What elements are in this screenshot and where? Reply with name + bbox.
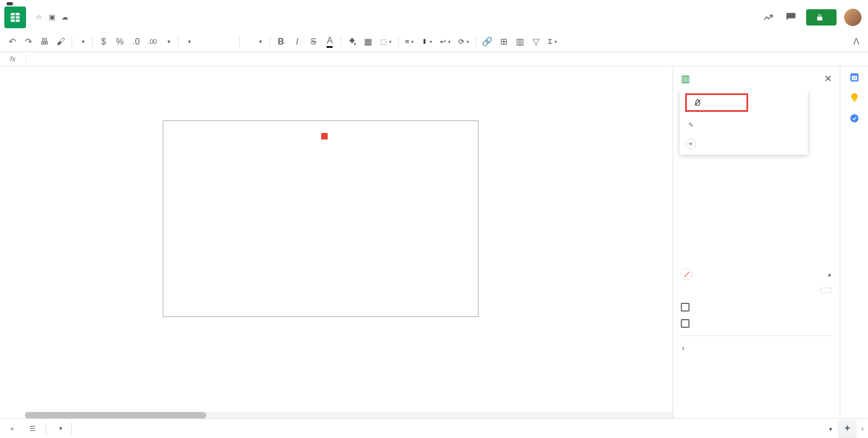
add-data-point-button[interactable]: [820, 288, 832, 293]
close-icon[interactable]: ✕: [824, 73, 832, 85]
formula-bar: fx: [0, 52, 868, 66]
tooltip-color-name: [7, 2, 13, 5]
chevron-left-icon[interactable]: ‹: [861, 424, 864, 433]
caret-down-icon[interactable]: ▼: [58, 426, 63, 431]
italic-button[interactable]: I: [290, 34, 305, 49]
move-icon[interactable]: ▣: [49, 13, 55, 21]
app-header: ☆ ▣ ☁: [0, 0, 868, 31]
fx-input[interactable]: [26, 52, 868, 66]
chevron-right-icon: ›: [682, 344, 685, 352]
embedded-chart[interactable]: [163, 120, 478, 317]
collapse-toolbar-button[interactable]: ᐱ: [848, 34, 864, 49]
comment-button[interactable]: ⊞: [496, 34, 511, 49]
fill-color-select[interactable]: ▲: [681, 268, 832, 280]
checkbox-icon[interactable]: [681, 303, 690, 312]
chart-plot-area: [172, 143, 469, 295]
legend-swatch-duration: [321, 133, 328, 139]
font-combo[interactable]: ▼: [182, 39, 236, 45]
filter-button[interactable]: ▽: [528, 34, 544, 49]
wrap-button[interactable]: ↩▾: [437, 37, 454, 46]
percent-button[interactable]: %: [112, 34, 127, 49]
caret-up-icon: ▲: [827, 271, 832, 277]
theme-label: ✎: [685, 122, 802, 129]
fx-label: fx: [0, 55, 26, 63]
chart-editor-panel: ▥ ✕ ✎ ＋ ▲: [673, 66, 840, 418]
merge-button[interactable]: ⬚▾: [377, 37, 395, 46]
color-picker-popover: ✎ ＋: [680, 91, 808, 155]
link-button[interactable]: 🔗: [480, 34, 495, 49]
no-fill-swatch: [681, 268, 693, 280]
sum-status[interactable]: ▼: [828, 424, 833, 433]
tasks-icon[interactable]: [849, 113, 860, 124]
svg-rect-8: [853, 100, 855, 102]
keep-icon[interactable]: [849, 92, 860, 103]
sheets-logo[interactable]: [4, 7, 26, 28]
chart-legend: [172, 132, 469, 139]
bold-button[interactable]: B: [273, 34, 289, 49]
color-none-button[interactable]: [685, 93, 748, 112]
font-size-combo[interactable]: ▼: [243, 39, 266, 45]
chart-icon: ▥: [681, 73, 690, 85]
print-button[interactable]: 🖶: [37, 34, 52, 49]
valign-button[interactable]: ⬍▾: [418, 37, 436, 46]
borders-button[interactable]: ▦: [361, 34, 376, 49]
add-sheet-button[interactable]: ＋: [4, 421, 20, 436]
all-sheets-button[interactable]: ☰: [25, 421, 40, 436]
calendar-icon[interactable]: 31: [849, 72, 860, 82]
chart-button[interactable]: ▥: [512, 34, 527, 49]
avatar[interactable]: [844, 9, 861, 26]
spreadsheet-grid[interactable]: [0, 66, 673, 418]
footer: ＋ ☰ ▼ ▼ ‹: [0, 418, 868, 438]
fill-color-button[interactable]: [344, 34, 360, 49]
decrease-decimal-button[interactable]: .0: [129, 34, 144, 49]
horizontal-scrollbar[interactable]: [25, 412, 673, 418]
text-color-button[interactable]: A: [322, 34, 337, 49]
star-icon[interactable]: ☆: [36, 13, 42, 21]
increase-decimal-button[interactable]: .00: [145, 34, 160, 49]
redo-button[interactable]: ↷: [21, 34, 36, 49]
currency-button[interactable]: $: [96, 34, 111, 49]
side-rail: 31: [840, 66, 868, 418]
strike-button[interactable]: S: [306, 34, 321, 49]
rotate-button[interactable]: ⟳▾: [455, 37, 473, 46]
cloud-status-icon[interactable]: ☁: [61, 13, 68, 21]
checkbox-icon[interactable]: [681, 319, 690, 328]
zoom-combo[interactable]: ▼: [75, 39, 89, 45]
legend-section-toggle[interactable]: ›: [681, 335, 832, 360]
data-labels-row[interactable]: [681, 319, 832, 328]
paint-format-button[interactable]: 🖌: [53, 34, 68, 49]
share-button[interactable]: [806, 9, 837, 26]
add-custom-color-button[interactable]: ＋: [685, 138, 696, 149]
undo-button[interactable]: ↶: [4, 34, 20, 49]
number-format-combo[interactable]: ▼: [161, 39, 175, 45]
explore-button[interactable]: [839, 420, 856, 437]
svg-point-9: [850, 115, 858, 123]
trend-icon[interactable]: [761, 10, 776, 25]
halign-button[interactable]: ≡▾: [402, 37, 418, 46]
toolbar: ↶ ↷ 🖶 🖌 ▼ $ % .0 .00 ▼ ▼ ▼ B I S A ▦ ⬚▾ …: [0, 31, 868, 52]
error-bars-row[interactable]: [681, 303, 832, 312]
pencil-icon[interactable]: ✎: [688, 122, 694, 129]
svg-text:31: 31: [852, 76, 857, 80]
comments-icon[interactable]: [783, 10, 799, 25]
sheet-tab[interactable]: ▼: [46, 422, 72, 435]
no-color-icon: [693, 98, 702, 107]
lock-icon: [816, 14, 824, 21]
functions-button[interactable]: Σ▾: [545, 37, 560, 46]
